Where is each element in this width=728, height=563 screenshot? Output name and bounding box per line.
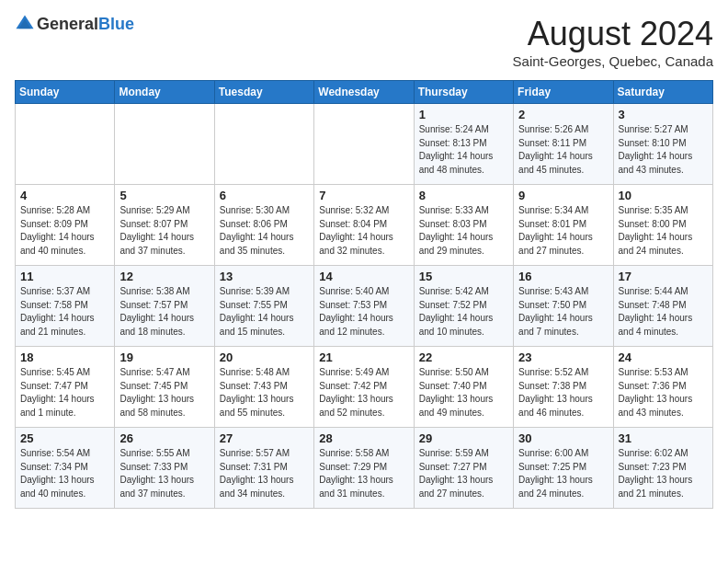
calendar-cell: 2Sunrise: 5:26 AM Sunset: 8:11 PM Daylig… (514, 104, 613, 185)
calendar-week-row: 1Sunrise: 5:24 AM Sunset: 8:13 PM Daylig… (16, 104, 713, 185)
page-header: GeneralBlue August 2024 Saint-Georges, Q… (15, 15, 713, 69)
calendar-cell (16, 104, 115, 185)
calendar-table: SundayMondayTuesdayWednesdayThursdayFrid… (15, 80, 713, 509)
day-info: Sunrise: 5:29 AM Sunset: 8:07 PM Dayligh… (119, 204, 209, 258)
weekday-header-monday: Monday (115, 81, 214, 104)
day-info: Sunrise: 5:49 AM Sunset: 7:42 PM Dayligh… (319, 366, 408, 419)
calendar-week-row: 18Sunrise: 5:45 AM Sunset: 7:47 PM Dayli… (16, 347, 713, 428)
day-number: 30 (518, 431, 608, 445)
calendar-cell: 10Sunrise: 5:35 AM Sunset: 8:00 PM Dayli… (613, 185, 712, 266)
day-number: 14 (319, 270, 408, 283)
calendar-cell: 14Sunrise: 5:40 AM Sunset: 7:53 PM Dayli… (314, 266, 414, 347)
calendar-cell: 7Sunrise: 5:32 AM Sunset: 8:04 PM Daylig… (314, 185, 414, 266)
calendar-cell (314, 104, 414, 185)
day-info: Sunrise: 5:28 AM Sunset: 8:09 PM Dayligh… (20, 204, 109, 258)
calendar-cell: 29Sunrise: 5:59 AM Sunset: 7:27 PM Dayli… (414, 428, 513, 509)
day-info: Sunrise: 5:43 AM Sunset: 7:50 PM Dayligh… (518, 285, 608, 339)
day-number: 27 (220, 431, 309, 445)
calendar-cell: 23Sunrise: 5:52 AM Sunset: 7:38 PM Dayli… (514, 347, 613, 428)
calendar-cell: 4Sunrise: 5:28 AM Sunset: 8:09 PM Daylig… (16, 185, 115, 266)
day-info: Sunrise: 5:37 AM Sunset: 7:58 PM Dayligh… (20, 285, 109, 339)
day-info: Sunrise: 5:40 AM Sunset: 7:53 PM Dayligh… (319, 285, 408, 339)
day-number: 20 (220, 350, 309, 364)
day-info: Sunrise: 5:58 AM Sunset: 7:29 PM Dayligh… (319, 447, 408, 500)
day-info: Sunrise: 5:47 AM Sunset: 7:45 PM Dayligh… (119, 366, 209, 419)
day-number: 1 (419, 108, 508, 121)
day-info: Sunrise: 5:45 AM Sunset: 7:47 PM Dayligh… (20, 366, 109, 419)
weekday-header-row: SundayMondayTuesdayWednesdayThursdayFrid… (16, 81, 713, 104)
day-number: 8 (419, 189, 508, 202)
calendar-cell (115, 104, 214, 185)
day-number: 6 (220, 189, 309, 202)
day-number: 16 (518, 270, 608, 283)
day-number: 4 (20, 189, 109, 202)
calendar-cell: 16Sunrise: 5:43 AM Sunset: 7:50 PM Dayli… (514, 266, 613, 347)
calendar-cell: 21Sunrise: 5:49 AM Sunset: 7:42 PM Dayli… (314, 347, 414, 428)
month-year: August 2024 (513, 15, 713, 53)
day-number: 12 (119, 270, 209, 283)
calendar-cell: 3Sunrise: 5:27 AM Sunset: 8:10 PM Daylig… (613, 104, 712, 185)
day-info: Sunrise: 6:00 AM Sunset: 7:25 PM Dayligh… (518, 447, 608, 500)
day-info: Sunrise: 5:54 AM Sunset: 7:34 PM Dayligh… (20, 447, 109, 500)
weekday-header-tuesday: Tuesday (214, 81, 313, 104)
calendar-cell: 26Sunrise: 5:55 AM Sunset: 7:33 PM Dayli… (115, 428, 214, 509)
logo-general: General (37, 15, 98, 33)
title-block: August 2024 Saint-Georges, Quebec, Canad… (513, 15, 713, 69)
logo: GeneralBlue (15, 15, 134, 34)
weekday-header-saturday: Saturday (613, 81, 712, 104)
day-info: Sunrise: 5:53 AM Sunset: 7:36 PM Dayligh… (619, 366, 708, 419)
day-number: 24 (619, 350, 708, 364)
calendar-cell: 31Sunrise: 6:02 AM Sunset: 7:23 PM Dayli… (613, 428, 712, 509)
calendar-cell: 13Sunrise: 5:39 AM Sunset: 7:55 PM Dayli… (214, 266, 313, 347)
calendar-cell: 15Sunrise: 5:42 AM Sunset: 7:52 PM Dayli… (414, 266, 513, 347)
day-number: 2 (518, 108, 608, 121)
calendar-cell: 30Sunrise: 6:00 AM Sunset: 7:25 PM Dayli… (514, 428, 613, 509)
calendar-week-row: 4Sunrise: 5:28 AM Sunset: 8:09 PM Daylig… (16, 185, 713, 266)
day-number: 3 (619, 108, 708, 121)
logo-blue: Blue (98, 15, 134, 33)
calendar-cell (214, 104, 313, 185)
day-info: Sunrise: 5:44 AM Sunset: 7:48 PM Dayligh… (619, 285, 708, 339)
weekday-header-sunday: Sunday (16, 81, 115, 104)
day-number: 15 (419, 270, 508, 283)
day-number: 9 (518, 189, 608, 202)
calendar-week-row: 25Sunrise: 5:54 AM Sunset: 7:34 PM Dayli… (16, 428, 713, 509)
day-info: Sunrise: 5:57 AM Sunset: 7:31 PM Dayligh… (220, 447, 309, 500)
day-info: Sunrise: 5:39 AM Sunset: 7:55 PM Dayligh… (220, 285, 309, 339)
day-info: Sunrise: 5:38 AM Sunset: 7:57 PM Dayligh… (119, 285, 209, 339)
day-number: 31 (619, 431, 708, 445)
day-info: Sunrise: 5:50 AM Sunset: 7:40 PM Dayligh… (419, 366, 508, 419)
calendar-cell: 8Sunrise: 5:33 AM Sunset: 8:03 PM Daylig… (414, 185, 513, 266)
day-info: Sunrise: 5:34 AM Sunset: 8:01 PM Dayligh… (518, 204, 608, 258)
calendar-cell: 19Sunrise: 5:47 AM Sunset: 7:45 PM Dayli… (115, 347, 214, 428)
calendar-cell: 12Sunrise: 5:38 AM Sunset: 7:57 PM Dayli… (115, 266, 214, 347)
calendar-cell: 25Sunrise: 5:54 AM Sunset: 7:34 PM Dayli… (16, 428, 115, 509)
day-number: 13 (220, 270, 309, 283)
logo-icon (15, 14, 35, 34)
calendar-cell: 28Sunrise: 5:58 AM Sunset: 7:29 PM Dayli… (314, 428, 414, 509)
day-info: Sunrise: 5:26 AM Sunset: 8:11 PM Dayligh… (518, 123, 608, 177)
calendar-cell: 1Sunrise: 5:24 AM Sunset: 8:13 PM Daylig… (414, 104, 513, 185)
weekday-header-thursday: Thursday (414, 81, 513, 104)
day-info: Sunrise: 5:48 AM Sunset: 7:43 PM Dayligh… (220, 366, 309, 419)
day-info: Sunrise: 5:27 AM Sunset: 8:10 PM Dayligh… (619, 123, 708, 177)
day-number: 10 (619, 189, 708, 202)
calendar-cell: 22Sunrise: 5:50 AM Sunset: 7:40 PM Dayli… (414, 347, 513, 428)
day-number: 19 (119, 350, 209, 364)
day-info: Sunrise: 6:02 AM Sunset: 7:23 PM Dayligh… (619, 447, 708, 500)
day-info: Sunrise: 5:30 AM Sunset: 8:06 PM Dayligh… (220, 204, 309, 258)
day-info: Sunrise: 5:55 AM Sunset: 7:33 PM Dayligh… (119, 447, 209, 500)
calendar-cell: 27Sunrise: 5:57 AM Sunset: 7:31 PM Dayli… (214, 428, 313, 509)
weekday-header-wednesday: Wednesday (314, 81, 414, 104)
day-number: 28 (319, 431, 408, 445)
calendar-cell: 11Sunrise: 5:37 AM Sunset: 7:58 PM Dayli… (16, 266, 115, 347)
calendar-week-row: 11Sunrise: 5:37 AM Sunset: 7:58 PM Dayli… (16, 266, 713, 347)
weekday-header-friday: Friday (514, 81, 613, 104)
calendar-cell: 6Sunrise: 5:30 AM Sunset: 8:06 PM Daylig… (214, 185, 313, 266)
day-number: 22 (419, 350, 508, 364)
day-number: 7 (319, 189, 408, 202)
day-info: Sunrise: 5:35 AM Sunset: 8:00 PM Dayligh… (619, 204, 708, 258)
calendar-cell: 24Sunrise: 5:53 AM Sunset: 7:36 PM Dayli… (613, 347, 712, 428)
calendar-cell: 17Sunrise: 5:44 AM Sunset: 7:48 PM Dayli… (613, 266, 712, 347)
day-number: 26 (119, 431, 209, 445)
